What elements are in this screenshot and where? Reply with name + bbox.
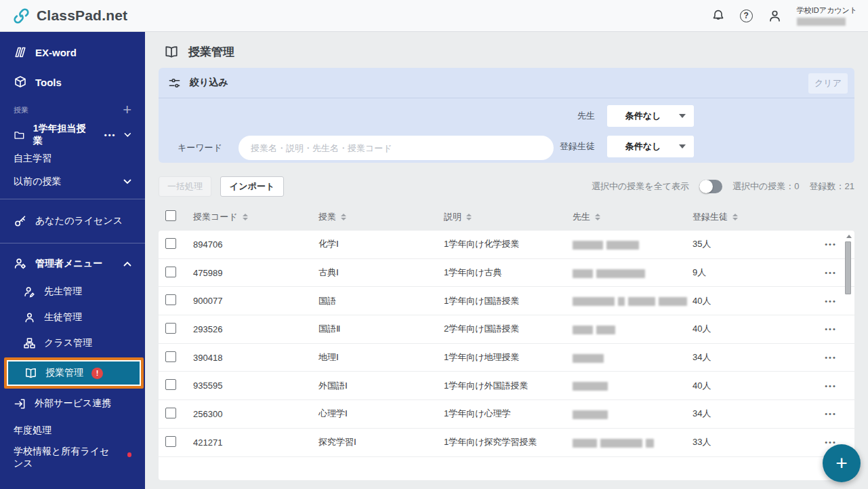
- chevron-up-icon[interactable]: [123, 261, 131, 267]
- class-name: 国語Ⅱ: [318, 323, 444, 335]
- teacher-name-redacted: [573, 239, 693, 250]
- sidebar-item-teacher-management[interactable]: 先生管理: [0, 279, 145, 305]
- section-label: 授業: [14, 105, 28, 115]
- keyword-search-input[interactable]: [239, 136, 554, 160]
- table-scrollbar[interactable]: [844, 233, 852, 477]
- students-filter-select[interactable]: 条件なし: [607, 136, 694, 157]
- column-header-name[interactable]: 授業: [318, 211, 444, 223]
- table-row: 900077 国語 1学年向け国語授業 40人 •••: [159, 287, 854, 315]
- cube-icon: [14, 75, 27, 89]
- sidebar-item-label: 自主学習: [14, 153, 51, 165]
- filter-title: 絞り込み: [190, 77, 228, 89]
- sidebar-item-label: Tools: [35, 77, 62, 88]
- row-checkbox[interactable]: [165, 379, 176, 390]
- sidebar-item-label: 授業管理: [45, 367, 83, 379]
- sidebar-item-tools[interactable]: Tools: [0, 67, 145, 97]
- class-code: 256300: [193, 409, 318, 419]
- class-description: 1学年向け心理学: [444, 408, 573, 420]
- table-toolbar: 一括処理 インポート 選択中の授業を全て表示 選択中の授業：0 登録数：21: [159, 176, 854, 197]
- sidebar-item-lesson-management[interactable]: 授業管理 !: [7, 360, 141, 386]
- table-row: 935595 外国語Ⅰ 1学年向け外国語授業 40人 •••: [159, 372, 854, 400]
- sidebar-item-label: 学校情報と所有ライセンス: [14, 446, 118, 470]
- sidebar-item-class-folder[interactable]: 1学年担当授業 •••: [0, 123, 145, 147]
- teacher-filter-label: 先生: [557, 110, 595, 122]
- keyword-label: キーワード: [178, 142, 222, 154]
- add-class-icon[interactable]: +: [123, 102, 131, 117]
- open-book-icon: [164, 45, 179, 60]
- more-options-icon[interactable]: •••: [104, 131, 117, 139]
- row-checkbox[interactable]: [165, 436, 176, 447]
- bulk-action-button[interactable]: 一括処理: [159, 176, 211, 197]
- row-checkbox[interactable]: [165, 267, 176, 277]
- toggle-knob: [699, 180, 713, 193]
- selected-count: 選択中の授業：0: [732, 180, 800, 193]
- sidebar-divider: [0, 199, 145, 199]
- class-name: 地理Ⅰ: [318, 351, 444, 364]
- column-header-students[interactable]: 登録生徒: [693, 211, 807, 223]
- help-icon[interactable]: ?: [740, 9, 753, 22]
- user-icon[interactable]: [768, 9, 782, 23]
- sidebar-item-student-management[interactable]: 生徒管理: [0, 305, 145, 330]
- page-title: 授業管理: [188, 44, 234, 60]
- account-info[interactable]: 学校IDアカウント: [797, 5, 857, 26]
- chevron-down-icon: [679, 114, 686, 118]
- column-label: 先生: [573, 211, 590, 223]
- class-name: 探究学習Ⅰ: [318, 436, 444, 448]
- scroll-up-icon[interactable]: [846, 235, 852, 238]
- row-checkbox[interactable]: [165, 294, 176, 305]
- column-label: 授業: [318, 211, 336, 223]
- folder-icon: [14, 129, 25, 142]
- class-description: 1学年向け地理授業: [444, 351, 573, 364]
- sidebar-item-self-study[interactable]: 自主学習: [0, 147, 145, 170]
- teacher-name-redacted: [573, 409, 693, 419]
- column-header-description[interactable]: 説明: [444, 211, 573, 223]
- sidebar-item-your-license[interactable]: あなたのライセンス: [0, 205, 145, 237]
- filter-header: 絞り込み: [159, 68, 854, 98]
- chevron-down-icon[interactable]: [124, 132, 131, 138]
- sort-icon: [595, 214, 600, 220]
- teacher-name-redacted: [573, 380, 693, 391]
- sidebar-item-label: 以前の授業: [14, 176, 61, 188]
- teacher-icon: [23, 286, 36, 298]
- classpad-logo[interactable]: ClassPad.net: [0, 7, 127, 25]
- sidebar-item-external-services[interactable]: 外部サービス連携: [0, 390, 145, 417]
- sidebar-item-previous-classes[interactable]: 以前の授業: [0, 170, 145, 193]
- student-count: 40人: [693, 380, 807, 392]
- sidebar-item-label: 外部サービス連携: [35, 397, 111, 410]
- sidebar-item-school-info[interactable]: 学校情報と所有ライセンス: [0, 444, 145, 471]
- sidebar-section-classes: 授業 +: [0, 97, 145, 123]
- main-content: 授業管理 絞り込み クリア キーワード 先生 条件なし 登: [145, 32, 868, 489]
- sidebar-item-ex-word[interactable]: EX-word: [0, 37, 145, 67]
- class-code: 293526: [193, 324, 318, 334]
- column-header-code[interactable]: 授業コード: [193, 211, 318, 223]
- notification-bell-icon[interactable]: [711, 9, 725, 22]
- class-code: 390418: [193, 353, 318, 363]
- class-name: 心理学Ⅰ: [318, 408, 444, 420]
- chevron-down-icon[interactable]: [123, 179, 131, 184]
- show-selected-toggle[interactable]: [699, 180, 722, 193]
- row-checkbox[interactable]: [165, 238, 176, 249]
- account-name-redacted: [797, 18, 846, 26]
- sidebar-item-label: 先生管理: [44, 286, 82, 298]
- add-class-fab[interactable]: +: [823, 444, 861, 482]
- sidebar-item-admin-menu[interactable]: 管理者メニュー: [0, 249, 145, 279]
- class-description: 1学年向け探究学習授業: [444, 436, 573, 448]
- clear-filter-button[interactable]: クリア: [808, 73, 848, 94]
- row-checkbox[interactable]: [165, 323, 176, 334]
- sidebar-item-label: あなたのライセンス: [35, 215, 123, 227]
- teacher-filter-select[interactable]: 条件なし: [607, 105, 694, 127]
- table-row: 256300 心理学Ⅰ 1学年向け心理学 34人 •••: [159, 400, 854, 429]
- table-row: 894706 化学Ⅰ 1学年向け化学授業 35人 •••: [159, 231, 854, 259]
- sidebar-item-label: 管理者メニュー: [35, 258, 102, 270]
- sidebar-item-label: 1学年担当授業: [33, 123, 88, 147]
- sidebar-item-year-processing[interactable]: 年度処理: [0, 417, 145, 444]
- row-checkbox[interactable]: [165, 351, 176, 362]
- row-checkbox[interactable]: [165, 408, 176, 418]
- classes-table: 894706 化学Ⅰ 1学年向け化学授業 35人 ••• 475989 古典Ⅰ …: [159, 231, 854, 480]
- import-button[interactable]: インポート: [220, 176, 284, 197]
- select-all-checkbox[interactable]: [165, 210, 176, 221]
- sort-icon: [732, 214, 738, 220]
- column-header-teacher[interactable]: 先生: [573, 211, 693, 223]
- sidebar-item-class-management[interactable]: クラス管理: [0, 330, 145, 356]
- scrollbar-thumb[interactable]: [845, 241, 851, 294]
